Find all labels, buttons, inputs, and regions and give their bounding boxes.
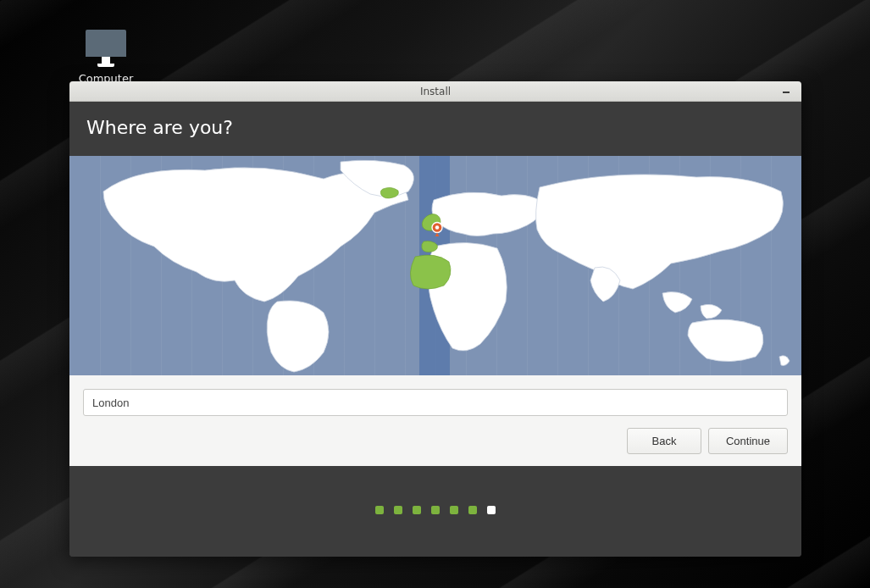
minimize-icon xyxy=(783,92,790,93)
computer-icon xyxy=(86,30,126,57)
form-area: Back Continue xyxy=(69,375,801,466)
progress-step-7-current xyxy=(487,506,496,514)
window-title: Install xyxy=(420,86,451,97)
page-heading: Where are you? xyxy=(69,102,801,153)
timezone-highlight-band xyxy=(419,153,450,375)
minimize-button[interactable] xyxy=(778,83,795,100)
progress-step-2 xyxy=(394,506,402,514)
svg-point-1 xyxy=(435,225,440,230)
svg-point-0 xyxy=(432,223,442,233)
timezone-map[interactable] xyxy=(69,153,801,375)
progress-step-5 xyxy=(450,506,458,514)
titlebar[interactable]: Install xyxy=(69,81,801,102)
computer-icon-base xyxy=(97,64,114,67)
progress-step-4 xyxy=(431,506,440,514)
continue-button[interactable]: Continue xyxy=(708,428,788,454)
progress-step-6 xyxy=(468,506,477,514)
progress-step-1 xyxy=(375,506,384,514)
world-map-icon xyxy=(69,153,801,375)
map-pin-icon xyxy=(429,221,445,236)
progress-step-3 xyxy=(413,506,421,514)
desktop-icon-computer[interactable]: Computer xyxy=(75,30,137,85)
installer-window: Install Where are you? xyxy=(69,81,801,557)
button-row: Back Continue xyxy=(83,428,788,454)
back-button[interactable]: Back xyxy=(627,428,701,454)
progress-indicator xyxy=(69,466,801,557)
timezone-input[interactable] xyxy=(83,389,788,416)
